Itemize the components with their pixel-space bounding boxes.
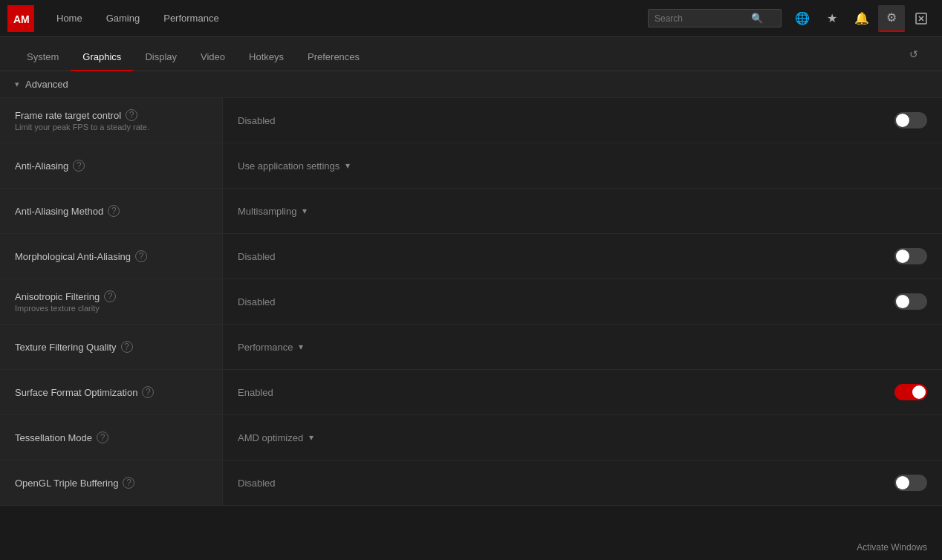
amd-logo: AMD: [7, 5, 34, 32]
setting-value-col-tessellation: AMD optimized ▾: [223, 415, 942, 460]
toggle-anisotropic[interactable]: [894, 293, 927, 310]
help-icon-anisotropic[interactable]: ?: [104, 290, 116, 302]
help-icon-anti-aliasing-method[interactable]: ?: [108, 205, 120, 217]
setting-label-anti-aliasing: Anti-Aliasing ?: [15, 160, 207, 172]
setting-label-col-surface-format: Surface Format Optimization ?: [0, 370, 223, 414]
nav-links: Home Gaming Performance: [46, 8, 648, 28]
section-collapse-icon: ▾: [15, 79, 19, 89]
globe-icon-btn[interactable]: 🌐: [789, 5, 816, 32]
setting-value-text-texture-filtering: Performance: [238, 342, 293, 353]
setting-label-morphological: Morphological Anti-Aliasing ?: [15, 250, 207, 262]
dropdown-anti-aliasing-method[interactable]: Multisampling ▾: [238, 206, 307, 217]
toggle-frame-rate[interactable]: [894, 112, 927, 128]
setting-label-col-tessellation: Tessellation Mode ?: [0, 415, 223, 460]
setting-row-texture-filtering: Texture Filtering Quality ? Performance …: [0, 325, 942, 370]
setting-value-col-anti-aliasing-method: Multisampling ▾: [223, 189, 942, 233]
dropdown-arrow-tessellation: ▾: [309, 432, 314, 443]
toggle-thumb-anisotropic: [896, 295, 909, 308]
search-input[interactable]: [654, 13, 751, 24]
setting-row-tessellation: Tessellation Mode ? AMD optimized ▾: [0, 415, 942, 460]
setting-label-anisotropic: Anisotropic Filtering ?: [15, 290, 207, 302]
toggle-opengl[interactable]: [894, 475, 927, 491]
undo-icon-btn[interactable]: ↺: [900, 41, 927, 68]
setting-label-col-frame-rate: Frame rate target control ? Limit your p…: [0, 98, 223, 143]
setting-value-text-anti-aliasing-method: Multisampling: [238, 206, 296, 217]
dropdown-texture-filtering[interactable]: Performance ▾: [238, 342, 303, 353]
setting-row-morphological: Morphological Anti-Aliasing ? Disabled: [0, 234, 942, 279]
help-icon-surface-format[interactable]: ?: [142, 386, 154, 398]
setting-label-opengl: OpenGL Triple Buffering ?: [15, 477, 207, 489]
dropdown-anti-aliasing[interactable]: Use application settings ▾: [238, 160, 350, 172]
setting-sublabel-anisotropic: Improves texture clarity: [15, 304, 207, 313]
help-icon-texture-filtering[interactable]: ?: [121, 341, 133, 353]
tab-graphics[interactable]: Graphics: [71, 44, 133, 71]
setting-row-opengl: OpenGL Triple Buffering ? Disabled: [0, 460, 942, 506]
setting-label-col-texture-filtering: Texture Filtering Quality ?: [0, 325, 223, 369]
setting-row-frame-rate: Frame rate target control ? Limit your p…: [0, 98, 942, 143]
exit-icon-btn[interactable]: [908, 5, 935, 32]
svg-text:AMD: AMD: [13, 13, 30, 25]
setting-value-col-surface-format: Enabled: [223, 370, 942, 414]
setting-value-col-anti-aliasing: Use application settings ▾: [223, 143, 942, 188]
help-icon-frame-rate[interactable]: ?: [126, 109, 137, 121]
bell-icon-btn[interactable]: 🔔: [848, 5, 875, 32]
tab-system[interactable]: System: [15, 44, 71, 71]
setting-value-col-morphological: Disabled: [223, 234, 942, 279]
dropdown-arrow-anti-aliasing: ▾: [345, 160, 350, 171]
top-nav-icons: 🌐 ★ 🔔 ⚙: [789, 5, 935, 32]
setting-label-texture-filtering: Texture Filtering Quality ?: [15, 341, 207, 353]
setting-label-col-anisotropic: Anisotropic Filtering ? Improves texture…: [0, 279, 223, 324]
setting-label-surface-format: Surface Format Optimization ?: [15, 386, 207, 398]
help-icon-opengl[interactable]: ?: [123, 477, 134, 489]
setting-value-col-frame-rate: Disabled: [223, 98, 942, 143]
setting-row-anti-aliasing-method: Anti-Aliasing Method ? Multisampling ▾: [0, 189, 942, 234]
toggle-thumb-frame-rate: [896, 114, 909, 127]
setting-label-anti-aliasing-method: Anti-Aliasing Method ?: [15, 205, 207, 217]
setting-value-col-opengl: Disabled: [223, 460, 942, 505]
tabs-bar: System Graphics Display Video Hotkeys Pr…: [0, 37, 942, 71]
top-nav: AMD Home Gaming Performance 🔍 🌐 ★ 🔔 ⚙: [0, 0, 942, 37]
nav-gaming[interactable]: Gaming: [96, 8, 151, 28]
toggle-thumb-morphological: [896, 250, 909, 263]
help-icon-morphological[interactable]: ?: [135, 250, 147, 262]
setting-value-text-frame-rate: Disabled: [238, 115, 883, 126]
star-icon-btn[interactable]: ★: [819, 5, 845, 32]
setting-value-text-anisotropic: Disabled: [238, 296, 883, 307]
section-label: Advanced: [25, 79, 68, 90]
nav-performance[interactable]: Performance: [153, 8, 229, 28]
dropdown-arrow-texture-filtering: ▾: [299, 342, 303, 352]
setting-value-text-tessellation: AMD optimized: [238, 432, 303, 443]
setting-row-anisotropic: Anisotropic Filtering ? Improves texture…: [0, 279, 942, 325]
setting-label-col-anti-aliasing: Anti-Aliasing ?: [0, 143, 223, 188]
gear-icon-btn[interactable]: ⚙: [878, 5, 905, 32]
setting-value-text-opengl: Disabled: [238, 478, 883, 489]
setting-label-frame-rate: Frame rate target control ?: [15, 109, 207, 121]
tab-hotkeys[interactable]: Hotkeys: [237, 44, 296, 71]
setting-value-text-morphological: Disabled: [238, 251, 883, 262]
search-icon[interactable]: 🔍: [751, 13, 763, 24]
dropdown-tessellation[interactable]: AMD optimized ▾: [238, 432, 314, 443]
setting-value-col-anisotropic: Disabled: [223, 279, 942, 324]
nav-home[interactable]: Home: [46, 8, 93, 28]
setting-sublabel-frame-rate: Limit your peak FPS to a steady rate.: [15, 123, 207, 131]
dropdown-arrow-anti-aliasing-method: ▾: [302, 206, 307, 216]
search-box: 🔍: [648, 9, 782, 27]
settings-list: Frame rate target control ? Limit your p…: [0, 98, 942, 556]
tab-display[interactable]: Display: [133, 44, 189, 71]
setting-value-text-surface-format: Enabled: [238, 387, 883, 398]
toggle-morphological[interactable]: [894, 248, 927, 264]
setting-row-anti-aliasing: Anti-Aliasing ? Use application settings…: [0, 143, 942, 189]
toggle-thumb-surface-format: [912, 385, 926, 399]
toggle-thumb-opengl: [896, 476, 909, 489]
help-icon-anti-aliasing[interactable]: ?: [73, 160, 85, 172]
toggle-surface-format[interactable]: [894, 384, 927, 400]
setting-label-tessellation: Tessellation Mode ?: [15, 432, 207, 443]
tab-video[interactable]: Video: [189, 44, 237, 71]
setting-label-col-anti-aliasing-method: Anti-Aliasing Method ?: [0, 189, 223, 233]
activate-windows: Activate Windows: [857, 542, 927, 553]
setting-label-col-opengl: OpenGL Triple Buffering ?: [0, 460, 223, 505]
help-icon-tessellation[interactable]: ?: [97, 432, 108, 443]
advanced-section-header[interactable]: ▾ Advanced: [0, 71, 942, 98]
setting-label-col-morphological: Morphological Anti-Aliasing ?: [0, 234, 223, 279]
tab-preferences[interactable]: Preferences: [296, 44, 371, 71]
